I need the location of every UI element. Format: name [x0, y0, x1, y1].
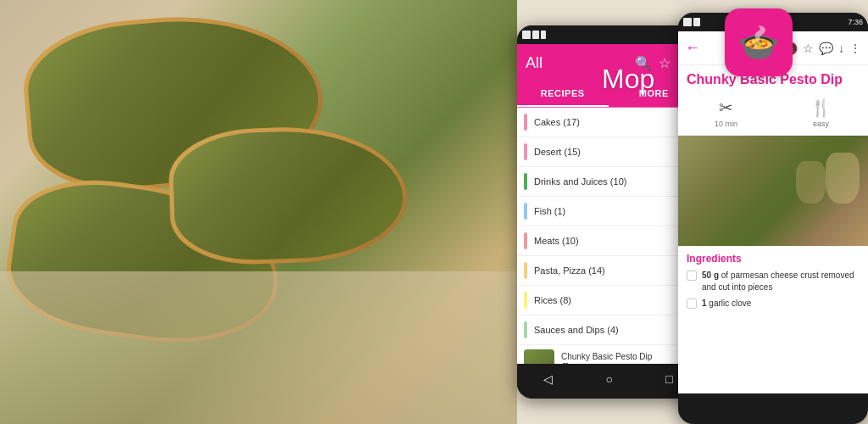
- status-icons-left: [522, 31, 546, 39]
- recipe-list: Cakes (17) ∧ Desert (15) ∨ Drinks and Ju…: [517, 108, 699, 364]
- ingredient-text-1: 50 g of parmesan cheese crust removed an…: [702, 270, 860, 293]
- category-desert[interactable]: Desert (15) ∨: [517, 137, 699, 167]
- app-icon-image: 🍲: [737, 23, 780, 63]
- bread-slice-3: [167, 123, 409, 267]
- tab-recipes[interactable]: RECIPES: [517, 81, 609, 107]
- jar-2: [796, 161, 826, 204]
- category-fish[interactable]: Fish (1) ∧: [517, 197, 699, 226]
- category-cakes[interactable]: Cakes (17) ∧: [517, 108, 699, 137]
- recipe-stats: ✂ 10 min 🍴 easy: [678, 91, 868, 136]
- recipe-image: [678, 136, 868, 246]
- status-icons-right: [683, 18, 700, 26]
- ingredients-title: Ingredients: [687, 253, 860, 265]
- detail-header-icons: 🔇 ☆ 💬 ↓ ⋮: [783, 42, 861, 55]
- recipe-meta-pesto: 💬 1: [561, 363, 685, 364]
- bt-icon: [541, 31, 546, 39]
- category-rices[interactable]: Rices (8) ∧: [517, 286, 699, 315]
- category-color-rices: [524, 292, 527, 309]
- nav-recent[interactable]: □: [665, 372, 672, 386]
- category-label-sauces: Sauces and Dips (4): [534, 325, 687, 335]
- signal-icon-right: [683, 18, 692, 26]
- difficulty-stat-label: easy: [813, 120, 829, 128]
- app-icon[interactable]: 🍲: [725, 8, 793, 76]
- ingredient-checkbox-2[interactable]: [687, 298, 697, 309]
- ingredient-amount-1: 50 g: [702, 271, 719, 280]
- detail-content: Chunky Basic Pesto Dip ✂ 10 min 🍴 easy I…: [678, 65, 868, 393]
- category-label-pasta: Pasta, Pizza (14): [534, 265, 687, 276]
- back-button[interactable]: ←: [685, 39, 700, 57]
- chat-icon-detail[interactable]: 💬: [819, 42, 833, 55]
- category-sauces[interactable]: Sauces and Dips (4) ∧: [517, 315, 699, 345]
- category-color-drinks: [524, 173, 527, 190]
- recipe-name-pesto: Chunky Basic Pesto Dip: [561, 352, 685, 361]
- recipe-info-pesto: Chunky Basic Pesto Dip 💬 1: [561, 352, 685, 364]
- signal-icon: [522, 31, 531, 39]
- status-time-right: 7:36: [848, 18, 863, 26]
- ingredient-row-1: 50 g of parmesan cheese crust removed an…: [687, 270, 860, 293]
- jar-1: [826, 153, 860, 204]
- download-icon-detail[interactable]: ↓: [838, 42, 844, 55]
- stat-time: ✂ 10 min: [715, 98, 737, 128]
- comment-icon-pesto: 💬: [561, 363, 570, 364]
- nav-back[interactable]: ◁: [543, 372, 553, 386]
- status-bar-left: 7:03: [517, 25, 699, 44]
- ingredient-garlic: garlic clove: [709, 298, 751, 308]
- ingredients-section: Ingredients 50 g of parmesan cheese crus…: [678, 246, 868, 321]
- ingredient-amount-2: 1: [702, 298, 707, 308]
- favorite-icon[interactable]: ☆: [659, 55, 670, 71]
- comment-count-pesto: 1: [573, 363, 576, 364]
- wood-board: [0, 271, 517, 424]
- category-label-desert: Desert (15): [534, 147, 687, 157]
- ingredient-text-2: 1 garlic clove: [702, 298, 751, 310]
- menu-icon-detail[interactable]: ⋮: [849, 42, 861, 55]
- category-pasta[interactable]: Pasta, Pizza (14) ∨: [517, 256, 699, 286]
- category-label-fish: Fish (1): [534, 206, 687, 216]
- wifi-icon-right: [693, 18, 700, 26]
- category-color-desert: [524, 143, 527, 160]
- category-color-fish: [524, 203, 527, 220]
- wifi-icon: [532, 31, 539, 39]
- ingredient-desc-1: of parmesan cheese crust removed and cut…: [702, 271, 854, 292]
- ingredient-checkbox-1[interactable]: [687, 271, 697, 281]
- recipe-thumb-pesto: [524, 349, 554, 364]
- difficulty-stat-icon: 🍴: [810, 98, 832, 118]
- category-color-sauces: [524, 321, 527, 338]
- stat-difficulty: 🍴 easy: [810, 98, 832, 128]
- category-label-drinks: Drinks and Juices (10): [534, 176, 687, 187]
- category-label-cakes: Cakes (17): [534, 117, 687, 127]
- mop-label: Mop: [602, 64, 654, 95]
- category-color-meats: [524, 232, 527, 249]
- category-meats[interactable]: Meats (10) ∧: [517, 226, 699, 256]
- category-label-meats: Meats (10): [534, 236, 687, 246]
- phone-nav-left: ◁ ○ □: [517, 364, 699, 394]
- star-icon-detail[interactable]: ☆: [803, 42, 814, 55]
- time-stat-label: 10 min: [715, 120, 737, 128]
- time-stat-icon: ✂: [719, 98, 733, 118]
- category-drinks[interactable]: Drinks and Juices (10) ∧: [517, 167, 699, 197]
- ingredient-row-2: 1 garlic clove: [687, 298, 860, 310]
- app-title: All: [526, 54, 542, 72]
- category-color-pasta: [524, 262, 527, 279]
- food-background: [0, 0, 517, 424]
- recipe-item-pesto[interactable]: Chunky Basic Pesto Dip 💬 1 ☆: [517, 345, 699, 364]
- category-color-cakes: [524, 114, 527, 131]
- category-label-rices: Rices (8): [534, 295, 687, 305]
- nav-home[interactable]: ○: [606, 372, 613, 386]
